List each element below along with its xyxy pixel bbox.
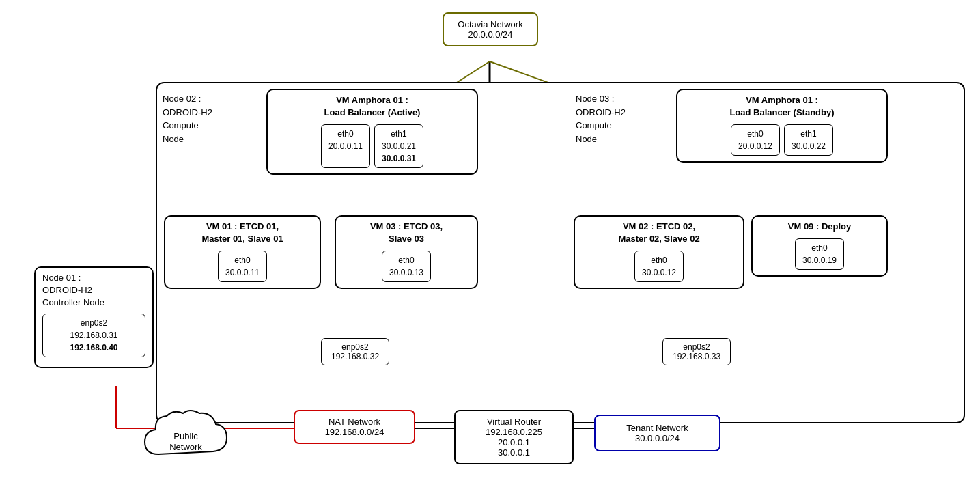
virtual-router-ip1: 192.168.0.225 [465,427,563,437]
virtual-router-box: Virtual Router 192.168.0.225 20.0.0.1 30… [454,410,574,464]
vm03-title: VM 03 : ETCD 03, Slave 03 [336,217,477,248]
diagram-container: Octavia Network 20.0.0.0/24 Node 02 : OD… [0,0,980,487]
tenant-network-label: Tenant Network [605,423,710,433]
virtual-router-ip2: 20.0.0.1 [465,437,563,447]
vm02-eth0: eth0 30.0.0.12 [634,251,684,282]
vm02-box: VM 02 : ETCD 02, Master 02, Slave 02 eth… [574,215,744,289]
octavia-network-box: Octavia Network 20.0.0.0/24 [443,12,538,46]
vm03-box: VM 03 : ETCD 03, Slave 03 eth0 30.0.0.13 [335,215,478,289]
tenant-network-subnet: 30.0.0.0/24 [605,433,710,443]
octavia-network-label: Octavia Network [453,19,527,29]
vm-amphora-active-title: VM Amphora 01 : Load Balancer (Active) [268,90,477,122]
vm-amphora-active-eth1: eth1 30.0.0.21 30.0.0.31 [374,124,423,168]
octavia-network-subnet: 20.0.0.0/24 [453,29,527,40]
vm09-box: VM 09 : Deploy eth0 30.0.0.19 [751,215,888,277]
node01-box: Node 01 : ODROID-H2 Controller Node enp0… [34,266,154,368]
vm01-title: VM 01 : ETCD 01, Master 01, Slave 01 [165,217,320,248]
vm-amphora-standby-eth1: eth1 30.0.0.22 [784,124,833,156]
nat-network-subnet: 192.168.0.0/24 [305,427,404,437]
vm-amphora-active-eth0: eth0 20.0.0.11 [321,124,370,168]
vm-amphora-active-box: VM Amphora 01 : Load Balancer (Active) e… [266,89,478,175]
cloud-svg: Public Network [138,406,234,475]
enp-node02-box: enp0s2 192.168.0.32 [321,338,389,365]
vm-amphora-standby-eth0: eth0 20.0.0.12 [731,124,780,156]
nat-network-label: NAT Network [305,417,404,427]
public-network-cloud: Public Network [138,406,234,477]
svg-text:Public: Public [173,431,198,441]
vm-amphora-standby-title: VM Amphora 01 : Load Balancer (Standby) [677,90,886,122]
vm02-title: VM 02 : ETCD 02, Master 02, Slave 02 [575,217,743,248]
vm09-title: VM 09 : Deploy [753,217,886,236]
vm-amphora-standby-box: VM Amphora 01 : Load Balancer (Standby) … [676,89,888,163]
node01-label: Node 01 : ODROID-H2 Controller Node [36,268,152,314]
vm09-eth0: eth0 30.0.0.19 [795,238,844,270]
enp-node03-box: enp0s2 192.168.0.33 [662,338,731,365]
virtual-router-label: Virtual Router [465,417,563,427]
node02-label: Node 02 : ODROID-H2 Compute Node [163,92,212,145]
vm01-eth0: eth0 30.0.0.11 [218,251,267,282]
vm01-box: VM 01 : ETCD 01, Master 01, Slave 01 eth… [164,215,321,289]
node03-label: Node 03 : ODROID-H2 Compute Node [576,92,626,145]
vm03-eth0: eth0 30.0.0.13 [382,251,431,282]
node01-enp-box: enp0s2 192.168.0.31 192.168.0.40 [42,314,145,357]
virtual-router-ip3: 30.0.0.1 [465,447,563,458]
tenant-network-box: Tenant Network 30.0.0.0/24 [594,415,720,451]
svg-text:Network: Network [169,442,202,452]
nat-network-box: NAT Network 192.168.0.0/24 [294,410,415,444]
